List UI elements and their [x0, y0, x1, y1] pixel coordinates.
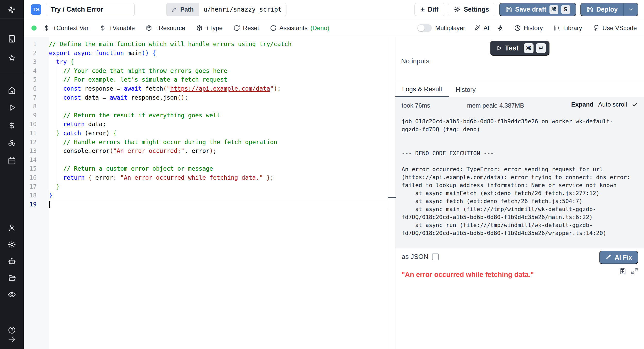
code-line[interactable]: // Return the result if everything goes … — [49, 111, 389, 120]
multiplayer-label[interactable]: Multiplayer — [435, 24, 465, 32]
code-area[interactable]: // Define the main function which will h… — [49, 37, 389, 349]
path-field[interactable]: Path u/henri/snazzy_script — [166, 3, 286, 16]
variables-dollar-icon[interactable] — [7, 121, 16, 130]
tab-history[interactable]: History — [449, 82, 482, 97]
code-editor[interactable]: 12345678910111213141516171819 // Define … — [24, 37, 389, 349]
settings-label: Settings — [464, 6, 489, 13]
library-button[interactable]: Library — [554, 24, 582, 32]
line-number: 10 — [24, 120, 49, 129]
add-resource-button[interactable]: +Resource — [146, 24, 185, 32]
code-line[interactable]: // For example, let's simulate a fetch r… — [49, 75, 389, 84]
line-number: 14 — [24, 155, 49, 164]
as-json-checkbox[interactable] — [432, 254, 439, 260]
folders-icon[interactable] — [7, 273, 16, 282]
code-line[interactable] — [49, 155, 389, 164]
line-number: 15 — [24, 164, 49, 173]
check-icon[interactable] — [632, 101, 638, 108]
copy-clipboard-icon[interactable] — [619, 267, 626, 275]
line-number: 11 — [24, 129, 49, 138]
expand-logs-button[interactable]: Expand — [571, 101, 594, 108]
code-line[interactable]: // Your code that might throw errors goe… — [49, 66, 389, 75]
path-label-segment: Path — [166, 3, 199, 16]
dollar-icon — [43, 25, 50, 31]
code-line[interactable]: } catch (error) { — [49, 129, 389, 138]
add-variable-button[interactable]: +Variable — [99, 24, 135, 32]
history-clock-icon — [514, 25, 521, 31]
windmill-logo-icon[interactable] — [7, 5, 16, 14]
test-label: Test — [505, 44, 519, 52]
maximize-icon[interactable] — [631, 267, 638, 275]
code-line[interactable]: try { — [49, 57, 389, 66]
history-button[interactable]: History — [514, 24, 543, 32]
settings-gear-icon[interactable] — [7, 240, 16, 249]
ai-button[interactable]: AI — [474, 24, 489, 32]
resources-boxes-icon[interactable] — [7, 138, 16, 148]
code-line[interactable] — [49, 200, 389, 209]
test-button[interactable]: Test ⌘ ↵ — [490, 41, 550, 56]
code-line[interactable]: // Return a custom error object or messa… — [49, 164, 389, 173]
code-line[interactable]: export async function main() { — [49, 49, 389, 58]
lightning-button[interactable] — [497, 25, 504, 31]
ai-fix-button[interactable]: AI Fix — [599, 251, 638, 264]
logs-meta-row: took 76ms mem peak: 4.387MB Expand Auto … — [395, 97, 644, 113]
line-number: 6 — [24, 84, 49, 93]
code-line[interactable] — [49, 102, 389, 111]
line-number: 12 — [24, 138, 49, 147]
code-line[interactable]: // Handle errors that might occur during… — [49, 138, 389, 147]
left-sidebar — [0, 0, 24, 349]
tab-logs-result[interactable]: Logs & Result — [395, 82, 449, 97]
workspace-building-icon[interactable] — [7, 34, 16, 43]
auto-scroll-toggle[interactable]: Auto scroll — [598, 101, 627, 108]
cmd-keycap: ⌘ — [524, 43, 533, 53]
script-title-input[interactable]: Try / Catch Error — [46, 3, 135, 16]
code-line[interactable]: console.error("An error occurred:", erro… — [49, 146, 389, 155]
line-number: 4 — [24, 66, 49, 75]
log-output: job 018c20cd-a1b5-bd6b-0d80-f1b9d4c35e26… — [402, 117, 639, 237]
save-draft-button[interactable]: Save draft ⌘ S — [499, 3, 576, 16]
expand-sidebar-arrow-icon[interactable] — [7, 335, 16, 344]
code-line[interactable]: // Define the main function which will h… — [49, 40, 389, 49]
line-number: 2 — [24, 49, 49, 58]
result-tabs: Logs & Result History — [395, 82, 644, 97]
line-number: 8 — [24, 102, 49, 111]
runs-play-icon[interactable] — [7, 103, 16, 112]
sidebar-divider — [0, 73, 24, 73]
assistants-language: (Deno) — [310, 24, 329, 32]
toggle-knob — [418, 25, 425, 31]
favorites-star-icon[interactable] — [7, 54, 16, 63]
code-line[interactable]: const data = await response.json(); — [49, 93, 389, 102]
path-value[interactable]: u/henri/snazzy_script — [199, 3, 286, 16]
save-icon — [505, 6, 512, 13]
workers-robot-icon[interactable] — [7, 257, 16, 266]
reset-button[interactable]: Reset — [233, 24, 259, 32]
plus-minus-icon: ± — [420, 6, 425, 13]
panel-splitter[interactable] — [389, 37, 395, 349]
rotate-icon — [233, 25, 240, 31]
settings-button[interactable]: Settings — [448, 3, 495, 16]
code-line[interactable]: return data; — [49, 120, 389, 129]
home-icon[interactable] — [7, 86, 16, 95]
diff-button[interactable]: ± Diff — [414, 3, 444, 16]
help-icon[interactable] — [7, 326, 16, 335]
audit-eye-icon[interactable] — [7, 290, 16, 299]
play-icon — [496, 45, 502, 51]
add-context-var-button[interactable]: +Context Var — [43, 24, 89, 32]
add-type-button[interactable]: +Type — [196, 24, 223, 32]
line-number: 1 — [24, 40, 49, 49]
user-icon[interactable] — [7, 223, 16, 232]
multiplayer-toggle[interactable] — [417, 24, 432, 32]
code-line[interactable]: return { error: "An error occurred while… — [49, 173, 389, 182]
use-vscode-button[interactable]: Use VScode — [593, 24, 637, 32]
deploy-button[interactable]: Deploy — [580, 3, 638, 16]
chevron-down-icon[interactable] — [628, 6, 634, 13]
status-dot — [31, 25, 37, 31]
line-number: 19 — [24, 200, 49, 209]
schedules-calendar-icon[interactable] — [7, 156, 16, 165]
overview-ruler-cursor-mark — [388, 197, 396, 198]
top-bar: TS Try / Catch Error Path u/henri/snazzy… — [24, 0, 644, 19]
line-number: 13 — [24, 146, 49, 155]
assistants-button[interactable]: Assistants (Deno) — [270, 24, 329, 32]
code-line[interactable]: const response = await fetch("https://ap… — [49, 84, 389, 93]
code-line[interactable]: } — [49, 191, 389, 200]
code-line[interactable]: } — [49, 182, 389, 191]
